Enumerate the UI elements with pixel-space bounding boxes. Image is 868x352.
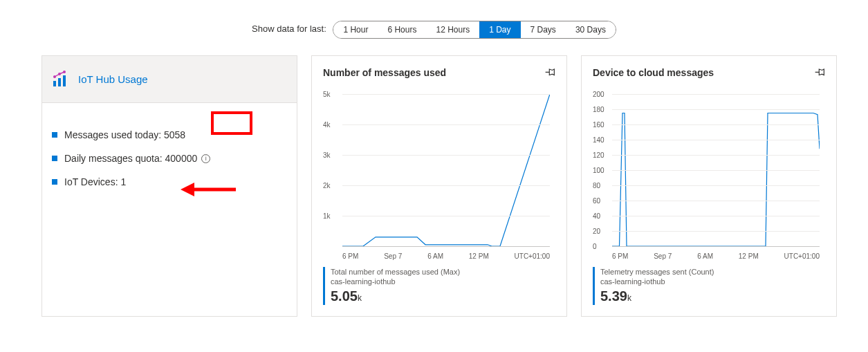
metric-unit: k xyxy=(627,293,631,303)
iot-devices-value: 1 xyxy=(120,176,126,187)
device-to-cloud-chart-card: Device to cloud messages 6 PM Sep 7 6 AM… xyxy=(581,55,837,317)
time-range-12-hours[interactable]: 12 Hours xyxy=(426,21,479,38)
svg-rect-1 xyxy=(58,78,61,86)
pin-icon[interactable] xyxy=(544,67,555,80)
metric-unit: k xyxy=(358,293,362,303)
bar-chart-icon xyxy=(52,68,71,90)
y-tick: 60 xyxy=(593,197,600,205)
time-range-selector: 1 Hour 6 Hours 12 Hours 1 Day 7 Days 30 … xyxy=(333,21,616,39)
chart-title: Device to cloud messages xyxy=(593,67,714,78)
x-tick: 6 PM xyxy=(342,252,358,260)
time-range-label: Show data for last: xyxy=(252,24,326,34)
bullet-icon xyxy=(52,156,57,161)
y-tick: 80 xyxy=(593,182,600,189)
metric-value: 5.39 xyxy=(600,288,627,304)
metric-label: Total number of messages used (Max) xyxy=(331,267,555,277)
time-range-1-day[interactable]: 1 Day xyxy=(479,21,520,38)
y-tick: 200 xyxy=(593,91,604,98)
x-tz: UTC+01:00 xyxy=(515,252,550,260)
y-tick: 3k xyxy=(323,151,331,159)
x-tick: 6 AM xyxy=(427,252,443,260)
y-tick: 4k xyxy=(323,121,331,129)
y-tick: 20 xyxy=(593,228,600,235)
svg-rect-0 xyxy=(53,81,56,86)
messages-used-value: 5058 xyxy=(164,129,185,140)
y-tick: 100 xyxy=(593,167,604,174)
metric-resource: cas-learning-iothub xyxy=(600,277,825,286)
x-tz: UTC+01:00 xyxy=(784,252,820,260)
x-tick: 12 PM xyxy=(739,252,759,260)
y-tick: 160 xyxy=(593,121,604,129)
y-tick: 180 xyxy=(593,106,604,113)
x-tick: 6 AM xyxy=(697,252,713,260)
y-tick: 5k xyxy=(323,91,331,98)
usage-card-title: IoT Hub Usage xyxy=(78,73,148,85)
daily-quota-value: 400000 xyxy=(165,153,198,164)
time-range-7-days[interactable]: 7 Days xyxy=(521,21,566,38)
metric-value: 5.05 xyxy=(331,288,358,304)
time-range-1-hour[interactable]: 1 Hour xyxy=(333,21,378,38)
chart-title: Number of messages used xyxy=(323,67,446,78)
daily-quota-label: Daily messages quota: xyxy=(64,153,163,164)
pin-icon[interactable] xyxy=(814,67,825,80)
time-range-30-days[interactable]: 30 Days xyxy=(566,21,616,38)
y-tick: 2k xyxy=(323,182,331,189)
metric-label: Telemetry messages sent (Count) xyxy=(600,267,825,277)
y-tick: 140 xyxy=(593,136,604,144)
svg-rect-2 xyxy=(63,75,66,86)
x-tick: 6 PM xyxy=(612,252,628,260)
y-tick: 0 xyxy=(593,243,597,250)
bullet-icon xyxy=(52,179,57,185)
metric-resource: cas-learning-iothub xyxy=(331,277,555,286)
messages-used-chart-card: Number of messages used 6 PM Sep 7 6 AM … xyxy=(311,55,567,317)
y-tick: 40 xyxy=(593,212,600,220)
messages-used-label: Messages used today: xyxy=(64,129,161,140)
iot-devices-label: IoT Devices: xyxy=(64,176,118,187)
chart-plot-area[interactable]: 6 PM Sep 7 6 AM 12 PM UTC+01:00 02040608… xyxy=(593,94,825,260)
time-range-6-hours[interactable]: 6 Hours xyxy=(378,21,426,38)
x-tick: Sep 7 xyxy=(654,252,672,260)
info-icon[interactable]: i xyxy=(201,154,210,163)
chart-plot-area[interactable]: 6 PM Sep 7 6 AM 12 PM UTC+01:00 1k2k3k4k… xyxy=(323,94,555,260)
y-tick: 1k xyxy=(323,212,331,220)
x-tick: Sep 7 xyxy=(384,252,402,260)
y-tick: 120 xyxy=(593,151,604,159)
iot-hub-usage-card: IoT Hub Usage Messages used today: 5058 … xyxy=(41,55,297,317)
x-tick: 12 PM xyxy=(469,252,489,260)
bullet-icon xyxy=(52,132,57,138)
